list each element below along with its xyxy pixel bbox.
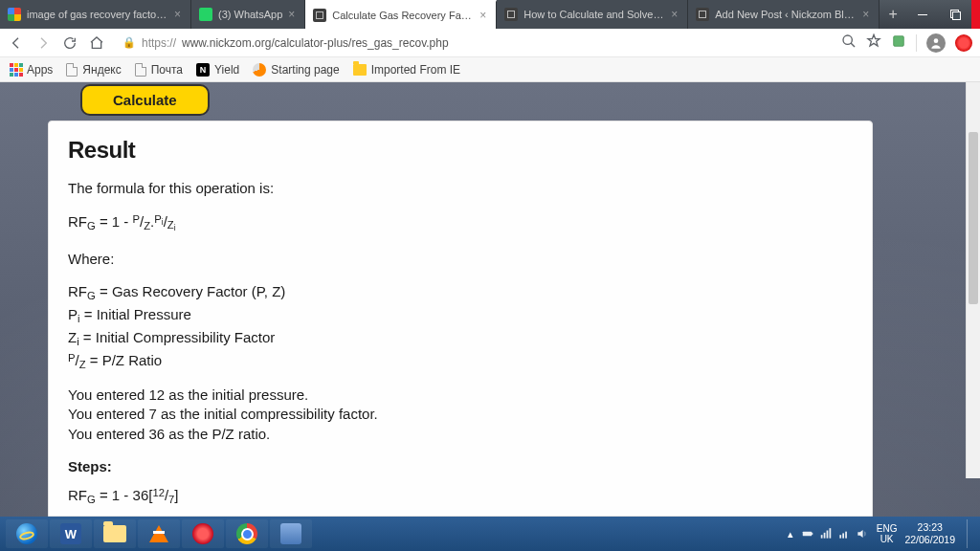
bookmark-yandex[interactable]: Яндекс <box>66 63 121 77</box>
page-viewport: Calculate Result The formula for this op… <box>0 82 980 517</box>
window-controls: × <box>906 0 980 29</box>
tab-label: Add New Post ‹ Nickzom Blog – <box>715 9 857 20</box>
svg-rect-8 <box>829 528 831 539</box>
address-bar: 🔒 https://www.nickzom.org/calculator-plu… <box>0 29 980 57</box>
tray-icons <box>801 527 869 540</box>
lock-icon: 🔒 <box>122 36 136 49</box>
svg-rect-7 <box>826 531 828 539</box>
site-icon <box>504 8 518 21</box>
bookmark-pochta[interactable]: Почта <box>135 63 183 77</box>
whatsapp-icon <box>199 8 212 21</box>
clock[interactable]: 23:2322/06/2019 <box>904 521 959 545</box>
apps-button[interactable]: Apps <box>10 63 53 77</box>
battery-icon[interactable] <box>801 527 814 540</box>
svg-rect-10 <box>842 533 844 538</box>
step-line: RFG = 1 - 36[12/7] <box>68 486 853 507</box>
taskbar-vlc[interactable] <box>138 519 180 548</box>
definitions: RFG = Gas Recovery Factor (P, Z) Pi = In… <box>68 282 853 372</box>
bookmark-yield[interactable]: NYield <box>196 63 239 77</box>
svg-rect-5 <box>821 535 823 539</box>
svg-rect-6 <box>823 533 825 539</box>
taskbar-apps: W <box>6 519 312 548</box>
scrollbar-thumb[interactable] <box>969 132 978 304</box>
calculate-button[interactable]: Calculate <box>80 84 210 116</box>
taskbar: W ▴ ENGUK 23:2322/06/2019 <box>0 517 980 551</box>
def-pi: Pi = Initial Pressure <box>68 305 853 326</box>
new-tab-button[interactable]: + <box>880 0 906 29</box>
word-icon: W <box>60 523 81 544</box>
bookmark-imported-ie[interactable]: Imported From IE <box>353 63 460 77</box>
tab-2[interactable]: (3) WhatsApp× <box>191 0 305 29</box>
bookmark-star-icon[interactable] <box>866 33 881 53</box>
entered-line: You entered 36 as the P/Z ratio. <box>68 425 853 444</box>
taskbar-word[interactable]: W <box>50 519 92 548</box>
url-text: www.nickzom.org/calculator-plus/res_gas_… <box>182 36 449 50</box>
profile-avatar[interactable] <box>926 33 946 53</box>
restore-button[interactable] <box>939 0 971 29</box>
taskbar-ie[interactable] <box>6 519 48 548</box>
separator <box>916 34 917 52</box>
scrollbar[interactable] <box>966 82 980 478</box>
close-window-button[interactable]: × <box>971 0 980 29</box>
entered-line: You entered 12 as the initial pressure. <box>68 386 853 405</box>
tab-label: Calculate Gas Recovery Factor (P <box>332 10 474 21</box>
result-box: Result The formula for this operation is… <box>48 121 873 517</box>
site-icon <box>696 8 709 21</box>
lang-secondary: UK <box>877 534 898 544</box>
close-icon[interactable]: × <box>174 8 181 21</box>
svg-rect-3 <box>803 532 812 537</box>
folder-icon <box>103 525 126 542</box>
def-rfg: RFG = Gas Recovery Factor (P, Z) <box>68 282 853 303</box>
taskbar-app[interactable] <box>270 519 312 548</box>
bookmark-label: Яндекс <box>82 63 121 77</box>
where-label: Where: <box>68 250 853 269</box>
close-icon[interactable]: × <box>671 8 678 21</box>
taskbar-chrome[interactable] <box>226 519 268 548</box>
taskbar-opera[interactable] <box>182 519 224 548</box>
url-scheme: https:// <box>142 36 176 50</box>
tray-chevron-icon[interactable]: ▴ <box>788 528 793 540</box>
taskbar-explorer[interactable] <box>94 519 136 548</box>
tab-label: image of gas recovery factor - G <box>27 9 168 20</box>
bookmark-label: Почта <box>151 63 183 77</box>
wifi-icon[interactable] <box>837 527 851 540</box>
svg-rect-4 <box>812 533 813 535</box>
network-icon[interactable] <box>819 527 833 540</box>
def-text: P/Z Ratio <box>102 352 163 368</box>
opera-icon <box>192 523 213 544</box>
result-formula: RFG = 1 - P/Z.Pi/Zi <box>68 212 853 234</box>
extension-icon[interactable] <box>891 33 906 53</box>
page-icon <box>135 63 146 77</box>
close-icon[interactable]: × <box>288 8 295 21</box>
back-button[interactable] <box>8 34 25 52</box>
reload-button[interactable] <box>61 34 78 52</box>
vlc-icon <box>149 525 168 542</box>
opera-icon[interactable] <box>955 34 972 52</box>
show-desktop-button[interactable] <box>967 519 974 548</box>
result-heading: Result <box>68 135 853 165</box>
def-text: Initial Pressure <box>97 306 191 322</box>
zoom-icon[interactable] <box>841 33 857 53</box>
tab-5[interactable]: Add New Post ‹ Nickzom Blog –× <box>688 0 880 29</box>
tab-3[interactable]: Calculate Gas Recovery Factor (P× <box>305 0 497 29</box>
forward-button[interactable] <box>34 34 52 52</box>
minimize-button[interactable] <box>906 0 939 29</box>
def-text: Gas Recovery Factor (P, Z) <box>112 283 285 299</box>
apps-label: Apps <box>27 63 53 77</box>
close-icon[interactable]: × <box>479 9 486 22</box>
bookmarks-bar: Apps Яндекс Почта NYield Starting page I… <box>0 57 980 82</box>
tab-1[interactable]: image of gas recovery factor - G× <box>0 0 191 29</box>
language-indicator[interactable]: ENGUK <box>877 523 898 544</box>
bookmark-starting-page[interactable]: Starting page <box>253 63 339 77</box>
tab-4[interactable]: How to Calculate and Solve for t× <box>497 0 688 29</box>
svg-rect-1 <box>894 35 904 46</box>
home-button[interactable] <box>88 34 105 52</box>
volume-icon[interactable] <box>856 527 869 540</box>
entered-values: You entered 12 as the initial pressure. … <box>68 386 853 444</box>
lang-primary: ENG <box>877 523 898 534</box>
url-field[interactable]: 🔒 https://www.nickzom.org/calculator-plu… <box>115 36 832 50</box>
site-icon <box>253 63 266 77</box>
svg-point-2 <box>934 38 939 43</box>
close-icon[interactable]: × <box>862 8 869 21</box>
browser-tabstrip: image of gas recovery factor - G× (3) Wh… <box>0 0 906 29</box>
